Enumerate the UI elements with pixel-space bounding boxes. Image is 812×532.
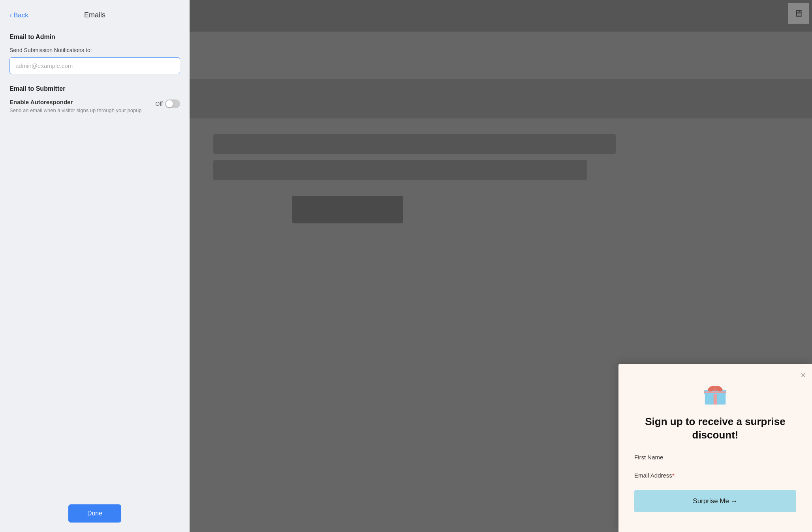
bg-stripe-3 xyxy=(190,79,812,118)
autoresponder-description: Send an email when a visitor signs up th… xyxy=(9,107,142,114)
first-name-label: First Name xyxy=(634,454,796,461)
bg-stripe-1 xyxy=(190,0,812,32)
email-address-label: Email Address* xyxy=(634,472,796,479)
toggle-track[interactable] xyxy=(165,99,180,108)
back-chevron-icon: ‹ xyxy=(9,11,12,19)
autoresponder-text: Enable Autoresponder Send an email when … xyxy=(9,99,142,114)
back-label: Back xyxy=(13,11,28,19)
email-underline xyxy=(634,482,796,482)
svg-rect-1 xyxy=(714,393,717,405)
email-admin-title: Email to Admin xyxy=(9,34,180,41)
popup-close-button[interactable]: × xyxy=(801,370,806,380)
bg-content-area: × xyxy=(190,118,812,532)
autoresponder-row: Enable Autoresponder Send an email when … xyxy=(9,99,180,114)
popup-submit-button[interactable]: Surprise Me → xyxy=(634,490,796,512)
email-submitter-title: Email to Submitter xyxy=(9,85,180,92)
toggle-state-label: Off xyxy=(156,101,163,107)
panel-title: Emails xyxy=(84,11,105,19)
bg-content-bar-1 xyxy=(213,134,616,154)
bg-content-bar-2 xyxy=(213,160,587,180)
left-content: Email to Admin Send Submission Notificat… xyxy=(0,27,190,495)
first-name-field: First Name xyxy=(634,454,796,464)
popup-gift-icon-area xyxy=(634,380,796,407)
gift-icon xyxy=(701,380,729,407)
first-name-underline xyxy=(634,464,796,464)
bg-stripe-2 xyxy=(190,32,812,79)
svg-point-7 xyxy=(714,388,716,390)
popup-heading: Sign up to receive a surprise discount! xyxy=(634,415,796,442)
notifications-label: Send Submission Notifications to: xyxy=(9,47,180,53)
right-panel: 🖥 × xyxy=(190,0,812,532)
email-address-field: Email Address* xyxy=(634,472,796,482)
monitor-icon-area: 🖥 xyxy=(788,3,809,24)
toggle-thumb xyxy=(166,100,173,107)
admin-email-input[interactable] xyxy=(9,57,180,74)
back-button[interactable]: ‹ Back xyxy=(9,11,28,19)
autoresponder-label: Enable Autoresponder xyxy=(9,99,142,105)
monitor-icon: 🖥 xyxy=(794,8,803,19)
left-panel: ‹ Back Emails Email to Admin Send Submis… xyxy=(0,0,190,532)
bg-content-block xyxy=(292,196,403,223)
done-button-area: Done xyxy=(0,495,190,532)
email-required-marker: * xyxy=(672,472,675,479)
autoresponder-toggle-container[interactable]: Off xyxy=(156,99,180,108)
left-header: ‹ Back Emails xyxy=(0,0,190,27)
popup-overlay: × xyxy=(618,364,812,532)
done-button[interactable]: Done xyxy=(68,504,121,523)
svg-rect-3 xyxy=(704,392,726,393)
